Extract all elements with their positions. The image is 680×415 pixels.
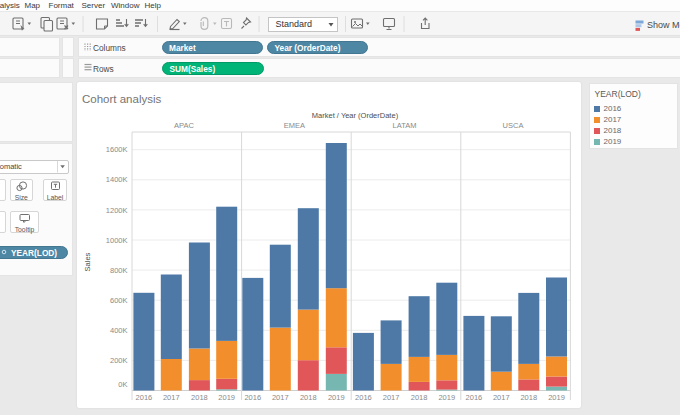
svg-text:APAC: APAC [174,121,194,130]
svg-text:600K: 600K [110,296,128,305]
svg-text:2016: 2016 [136,393,153,402]
svg-text:LATAM: LATAM [393,121,417,130]
svg-text:1000K: 1000K [106,236,128,245]
svg-text:2017: 2017 [272,393,289,402]
svg-text:Sales: Sales [83,252,92,271]
svg-text:2016: 2016 [355,393,372,402]
svg-text:2017: 2017 [163,393,180,402]
svg-text:2016: 2016 [466,393,483,402]
svg-text:800K: 800K [110,266,128,275]
svg-text:2018: 2018 [411,393,428,402]
svg-text:2018: 2018 [520,393,537,402]
svg-text:1400K: 1400K [106,175,128,184]
svg-text:2018: 2018 [191,393,208,402]
svg-text:2018: 2018 [300,393,317,402]
svg-text:1600K: 1600K [106,145,128,154]
svg-text:2017: 2017 [383,393,400,402]
svg-text:USCA: USCA [503,121,524,130]
svg-text:EMEA: EMEA [284,121,305,130]
svg-text:2019: 2019 [218,393,235,402]
svg-text:2016: 2016 [244,393,261,402]
svg-text:2019: 2019 [328,393,345,402]
svg-text:400K: 400K [110,326,128,335]
svg-text:2017: 2017 [493,393,510,402]
svg-text:0K: 0K [118,380,127,389]
svg-text:Market / Year (OrderDate): Market / Year (OrderDate) [312,111,399,120]
svg-text:1200K: 1200K [106,206,128,215]
svg-text:2019: 2019 [548,393,565,402]
svg-text:200K: 200K [110,356,128,365]
svg-text:Cohort analysis: Cohort analysis [82,93,162,105]
svg-text:2019: 2019 [438,393,455,402]
